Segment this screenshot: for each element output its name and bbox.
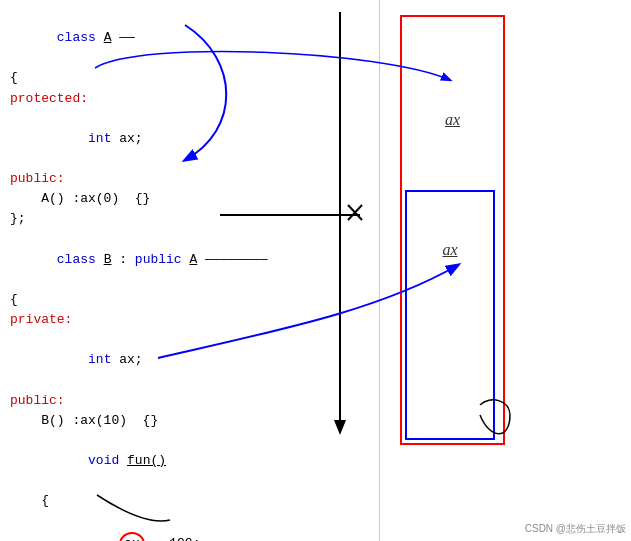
ax-label-inner: ax — [405, 215, 495, 285]
code-line-11: int ax; — [10, 330, 369, 390]
code-line-1: class A —— — [10, 8, 369, 68]
code-line-8: class B : public A ———————— — [10, 230, 369, 290]
watermark: CSDN @悲伤土豆拌饭 — [525, 522, 626, 536]
ax-circled: ax — [119, 532, 145, 541]
keyword-int-1: int — [88, 131, 111, 146]
code-line-15: { — [10, 491, 369, 511]
main-container: class A —— { protected: int ax; public: … — [0, 0, 631, 541]
code-line-2: { — [10, 68, 369, 88]
code-line-5: public: — [10, 169, 369, 189]
keyword-class: class — [57, 30, 104, 45]
code-line-7: }; — [10, 209, 369, 229]
diagram-panel: ax ax CSDN @悲伤土豆拌饭 — [380, 0, 631, 541]
code-line-6: A() :ax(0) {} — [10, 189, 369, 209]
code-line-10: private: — [10, 310, 369, 330]
code-line-4: int ax; — [10, 109, 369, 169]
code-line-12: public: — [10, 391, 369, 411]
code-line-9: { — [10, 290, 369, 310]
keyword-int-2: int — [88, 352, 111, 367]
code-line-14: void fun() — [10, 431, 369, 491]
code-line-3: protected: — [10, 89, 369, 109]
code-line-13: B() :ax(10) {} — [10, 411, 369, 431]
code-line-16: ax = 100; — [10, 512, 369, 541]
ax-label-outer: ax — [400, 80, 505, 160]
code-panel: class A —— { protected: int ax; public: … — [0, 0, 380, 541]
